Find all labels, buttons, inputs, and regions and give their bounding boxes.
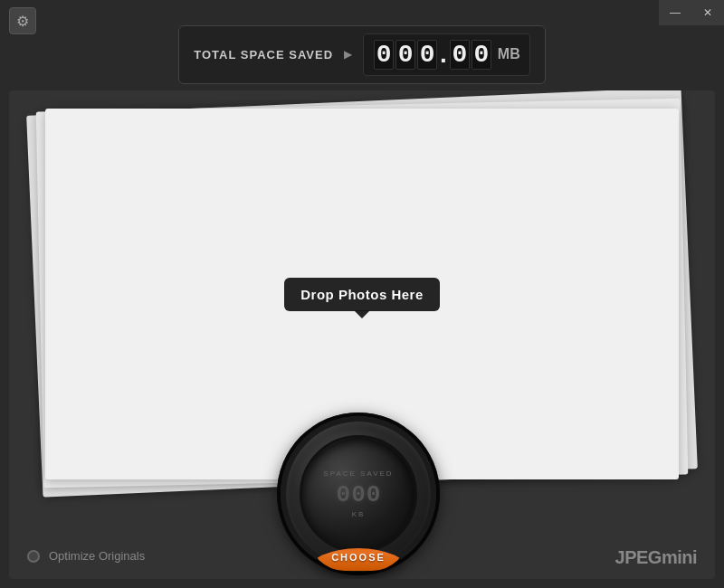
knob-digit-3: 0 [367,481,381,508]
knob-digit-1: 0 [337,481,351,508]
counter-digit-3: 0 [417,40,437,70]
counter-unit: MB [498,46,520,62]
counter-widget: TOTAL SPACE SAVED ▶ 0 0 0 . 0 0 MB [178,25,545,84]
counter-digit-4: 0 [450,40,470,70]
gear-icon: ⚙ [16,13,29,30]
title-bar: — ✕ [659,0,724,25]
counter-display: 0 0 0 . 0 0 MB [363,33,530,76]
main-area[interactable]: Drop Photos Here SPACE SAVED 0 0 0 KB CH… [9,90,715,579]
counter-label: TOTAL SPACE SAVED [194,48,333,62]
knob-inner: SPACE SAVED 0 0 0 KB [300,435,417,553]
counter-digit-1: 0 [374,40,394,70]
optimize-label: Optimize Originals [49,549,145,563]
knob-digit-2: 0 [351,481,366,508]
logo-text: JPEGmini [615,547,697,567]
counter-digit-5: 0 [472,40,491,70]
knob-label-bottom: KB [352,510,366,518]
settings-button[interactable]: ⚙ [9,7,36,34]
knob-digits: 0 0 0 [337,481,381,508]
optimize-originals-row[interactable]: Optimize Originals [27,549,145,563]
knob-label-top: SPACE SAVED [323,469,393,478]
counter-arrow: ▶ [344,48,352,61]
counter-digit-2: 0 [395,40,415,70]
counter-dot: . [440,40,447,69]
minimize-button[interactable]: — [659,0,691,25]
header: TOTAL SPACE SAVED ▶ 0 0 0 . 0 0 MB [0,0,724,90]
knob[interactable]: SPACE SAVED 0 0 0 KB CHOOSE [281,416,436,572]
choose-label: CHOOSE [331,552,386,563]
knob-area: SPACE SAVED 0 0 0 KB CHOOSE [281,416,443,579]
drop-tooltip: Drop Photos Here [284,278,440,311]
app-logo: JPEGmini [615,547,697,568]
optimize-checkbox[interactable] [27,550,40,563]
close-button[interactable]: ✕ [691,0,724,25]
